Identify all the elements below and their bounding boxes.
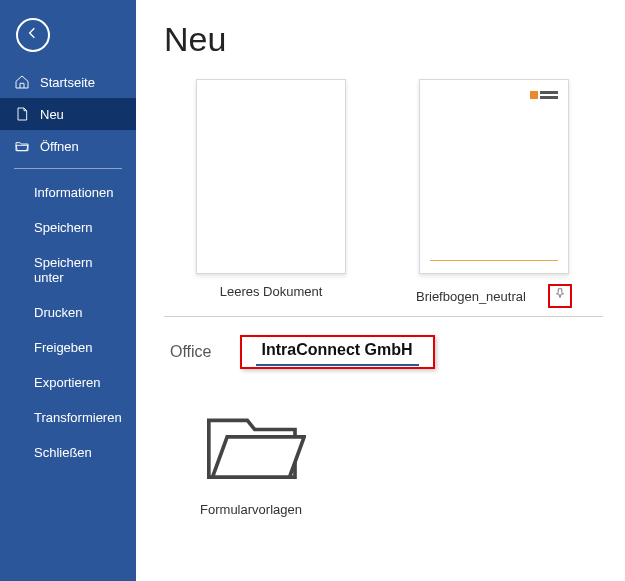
- sidebar-item-freigeben[interactable]: Freigeben: [0, 330, 136, 365]
- tab-office[interactable]: Office: [164, 337, 218, 367]
- sidebar-item-startseite[interactable]: Startseite: [0, 66, 136, 98]
- back-button[interactable]: [16, 18, 50, 52]
- template-gallery: Leeres Dokument Briefbogen_neutral: [164, 79, 603, 308]
- tab-intraconnect[interactable]: IntraConnect GmbH: [256, 335, 419, 364]
- template-label: Briefbogen_neutral: [416, 289, 526, 304]
- letterhead-logo-icon: [530, 90, 558, 100]
- folder-formularvorlagen[interactable]: Formularvorlagen: [196, 393, 306, 517]
- template-folders: Formularvorlagen: [164, 393, 603, 517]
- sidebar-item-label: Öffnen: [40, 139, 79, 154]
- sidebar-item-schliessen[interactable]: Schließen: [0, 435, 136, 470]
- page-title: Neu: [164, 20, 603, 59]
- divider: [164, 316, 603, 317]
- backstage-sidebar: Startseite Neu Öffnen Informationen Spei…: [0, 0, 136, 581]
- folder-label: Formularvorlagen: [200, 502, 302, 517]
- template-letterhead: Briefbogen_neutral: [416, 79, 572, 308]
- sidebar-item-neu[interactable]: Neu: [0, 98, 136, 130]
- open-icon: [14, 138, 30, 154]
- sidebar-item-label: Neu: [40, 107, 64, 122]
- highlight-frame: IntraConnect GmbH: [240, 335, 435, 369]
- main-area: Neu Leeres Dokument Briefbogen_neutral: [136, 0, 625, 581]
- template-blank: Leeres Dokument: [196, 79, 346, 299]
- sidebar-item-label: Startseite: [40, 75, 95, 90]
- sidebar-item-drucken[interactable]: Drucken: [0, 295, 136, 330]
- sidebar-item-transformieren[interactable]: Transformieren: [0, 400, 136, 435]
- pin-icon: [553, 287, 567, 305]
- pin-button[interactable]: [548, 284, 572, 308]
- sidebar-item-oeffnen[interactable]: Öffnen: [0, 130, 136, 162]
- sidebar-item-speichern-unter[interactable]: Speichern unter: [0, 245, 136, 295]
- sidebar-item-exportieren[interactable]: Exportieren: [0, 365, 136, 400]
- sidebar-item-speichern[interactable]: Speichern: [0, 210, 136, 245]
- letterhead-footer-line: [430, 260, 558, 261]
- template-source-tabs: Office IntraConnect GmbH: [164, 335, 603, 369]
- template-label: Leeres Dokument: [220, 284, 323, 299]
- new-icon: [14, 106, 30, 122]
- folder-icon: [196, 393, 306, 492]
- home-icon: [14, 74, 30, 90]
- template-thumb-blank[interactable]: [196, 79, 346, 274]
- sidebar-item-informationen[interactable]: Informationen: [0, 175, 136, 210]
- sidebar-separator: [14, 168, 122, 169]
- back-arrow-icon: [25, 25, 41, 45]
- template-thumb-letterhead[interactable]: [419, 79, 569, 274]
